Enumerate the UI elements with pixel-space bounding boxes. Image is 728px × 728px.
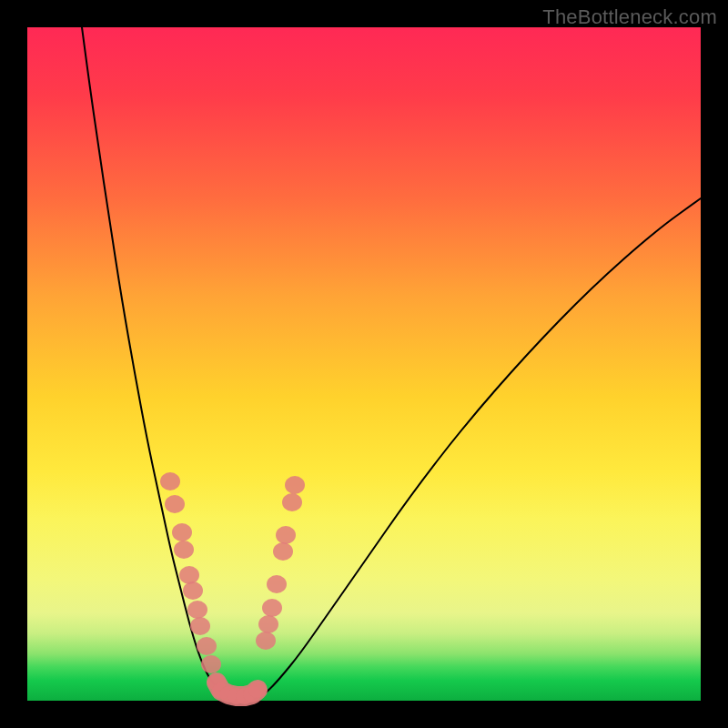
marker-left-7 [190,617,210,635]
marker-right-0 [285,476,305,494]
marker-left-1 [165,495,185,513]
chart-svg [27,27,701,701]
marker-left-3 [174,541,194,559]
marker-left-8 [197,637,217,655]
marker-left-4 [179,566,199,584]
marker-right-6 [258,615,278,633]
marker-group [160,472,305,704]
marker-right-3 [273,542,293,561]
marker-left-6 [187,601,207,619]
marker-right-4 [267,575,287,593]
marker-left-2 [172,523,192,541]
marker-right-2 [276,526,296,544]
marker-right-1 [282,493,302,511]
marker-left-5 [183,581,203,600]
watermark-text: TheBottleneck.com [542,5,717,29]
marker-left-0 [160,472,180,490]
marker-trough-dot-6 [248,682,267,698]
marker-right-7 [256,632,276,650]
chart-frame: TheBottleneck.com [0,0,728,728]
right-curve [255,198,701,699]
marker-right-5 [262,599,282,617]
plot-area [27,27,701,701]
marker-left-9 [201,655,221,673]
left-curve [82,27,235,699]
